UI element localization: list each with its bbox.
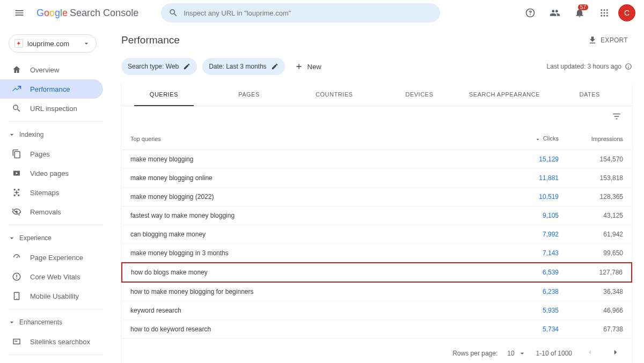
impressions-cell: 43,125 xyxy=(567,206,632,225)
prev-page-button[interactable] xyxy=(582,344,598,362)
rows-per-page-select[interactable]: 10 xyxy=(507,349,526,358)
notif-badge: 57 xyxy=(578,4,588,10)
svg-point-5 xyxy=(606,12,608,14)
table-row[interactable]: how do blogs make money6,539127,786 xyxy=(122,263,632,282)
svg-point-3 xyxy=(601,12,602,14)
add-filter-button[interactable]: New xyxy=(290,58,326,75)
clicks-cell[interactable]: 7,143 xyxy=(503,244,567,263)
property-favicon-icon: ✦ xyxy=(14,39,23,48)
export-button[interactable]: EXPORT xyxy=(583,32,632,48)
edit-icon xyxy=(271,63,279,70)
sidebar-item-sitemaps[interactable]: Sitemaps xyxy=(0,183,103,202)
account-avatar[interactable]: C xyxy=(618,4,635,21)
section-indexing[interactable]: Indexing xyxy=(0,125,103,144)
gauge-icon xyxy=(12,253,21,262)
google-logo-icon: Google xyxy=(36,8,68,19)
sidebar-item-overview[interactable]: Overview xyxy=(0,60,103,79)
pages-icon xyxy=(12,149,21,159)
table-row[interactable]: can blogging make money7,99261,942 xyxy=(122,225,632,244)
query-cell: make money blogging (2022) xyxy=(122,188,503,206)
sidebar-item-removals[interactable]: Removals xyxy=(0,202,103,221)
users-icon[interactable] xyxy=(544,2,566,24)
home-icon xyxy=(12,65,21,75)
notifications-icon[interactable]: 57 xyxy=(569,2,590,24)
rows-per-page-label: Rows per page: xyxy=(452,350,497,357)
tab-queries[interactable]: QUERIES xyxy=(121,83,207,106)
sitemap-icon xyxy=(12,188,21,197)
help-icon[interactable] xyxy=(519,2,541,24)
impressions-cell: 67,738 xyxy=(567,320,632,339)
sidebar-item-url-inspection[interactable]: URL inspection xyxy=(0,99,103,118)
edit-icon xyxy=(183,63,191,70)
clicks-cell[interactable]: 5,935 xyxy=(503,301,567,320)
trend-icon xyxy=(12,84,21,94)
table-row[interactable]: make money blogging (2022)10,519128,365 xyxy=(122,188,632,206)
page-range: 1-10 of 1000 xyxy=(536,350,572,357)
video-icon xyxy=(12,168,21,178)
query-cell: make money blogging in 3 months xyxy=(122,244,503,263)
hamburger-menu[interactable] xyxy=(9,2,30,24)
clicks-cell[interactable]: 10,519 xyxy=(503,188,567,206)
sidebar-item-core-web-vitals[interactable]: Core Web Vitals xyxy=(0,267,103,286)
sidebar-item-performance[interactable]: Performance xyxy=(0,79,103,99)
tab-pages[interactable]: PAGES xyxy=(207,83,292,106)
clicks-cell[interactable]: 7,992 xyxy=(503,225,567,244)
lens-icon xyxy=(12,103,21,113)
section-security[interactable]: Security & Manual Actions xyxy=(0,358,103,363)
table-row[interactable]: keyword research5,93546,966 xyxy=(122,301,632,320)
tab-countries[interactable]: COUNTRIES xyxy=(291,83,377,106)
section-enhancements[interactable]: Enhancements xyxy=(0,313,103,332)
property-selector[interactable]: ✦ louprime.com xyxy=(9,34,97,53)
tab-search-appearance[interactable]: SEARCH APPEARANCE xyxy=(462,83,547,106)
search-icon xyxy=(169,8,178,18)
clicks-cell[interactable]: 11,881 xyxy=(503,169,567,188)
chevron-down-icon xyxy=(82,39,91,48)
impressions-cell: 128,365 xyxy=(567,188,632,206)
table-row[interactable]: make money blogging online11,881153,818 xyxy=(122,169,632,188)
table-row[interactable]: how to do keyword research5,73467,738 xyxy=(122,320,632,339)
chip-search-type[interactable]: Search type: Web xyxy=(121,58,197,75)
sidebar-item-mobile-usability[interactable]: Mobile Usability xyxy=(0,286,103,306)
mobile-icon xyxy=(12,291,21,301)
clicks-cell[interactable]: 9,105 xyxy=(503,206,567,225)
product-logo[interactable]: Google Search Console xyxy=(36,8,138,19)
chevron-down-icon xyxy=(518,349,526,358)
table-row[interactable]: fastest way to make money blogging9,1054… xyxy=(122,206,632,225)
svg-point-0 xyxy=(601,9,602,11)
sidebar-item-pages[interactable]: Pages xyxy=(0,144,103,164)
impressions-cell: 127,786 xyxy=(567,263,632,282)
section-experience[interactable]: Experience xyxy=(0,228,103,248)
plus-icon xyxy=(295,62,303,71)
table-row[interactable]: make money blogging in 3 months7,14399,6… xyxy=(122,244,632,263)
url-inspect-search[interactable] xyxy=(161,3,440,23)
impressions-cell: 154,570 xyxy=(567,150,632,169)
table-row[interactable]: make money blogging15,129154,570 xyxy=(122,150,632,169)
clicks-cell[interactable]: 6,238 xyxy=(503,282,567,301)
vitals-icon xyxy=(12,272,21,281)
svg-point-7 xyxy=(604,15,605,17)
col-header-impressions[interactable]: Impressions xyxy=(567,128,632,150)
tab-devices[interactable]: DEVICES xyxy=(377,83,462,106)
sort-desc-icon xyxy=(535,136,541,142)
hide-icon xyxy=(12,207,21,217)
query-cell: make money blogging xyxy=(122,150,503,169)
col-header-clicks[interactable]: Clicks xyxy=(503,128,567,150)
sidebar-item-video-pages[interactable]: Video pages xyxy=(0,164,103,183)
impressions-cell: 153,818 xyxy=(567,169,632,188)
clicks-cell[interactable]: 15,129 xyxy=(503,150,567,169)
sidebar-item-sitelinks-searchbox[interactable]: Sitelinks searchbox xyxy=(0,332,103,351)
svg-point-1 xyxy=(604,9,605,11)
clicks-cell[interactable]: 5,734 xyxy=(503,320,567,339)
url-inspect-input[interactable] xyxy=(184,9,433,17)
next-page-button[interactable] xyxy=(608,344,624,362)
table-filter-icon[interactable] xyxy=(609,108,625,126)
chip-date-range[interactable]: Date: Last 3 months xyxy=(202,58,284,75)
tab-dates[interactable]: DATES xyxy=(547,83,632,106)
col-header-query[interactable]: Top queries xyxy=(122,128,503,150)
chevron-down-icon xyxy=(8,234,16,242)
clicks-cell[interactable]: 6,539 xyxy=(503,263,567,282)
info-icon[interactable] xyxy=(625,63,632,70)
table-row[interactable]: how to make money blogging for beginners… xyxy=(122,282,632,301)
apps-icon[interactable] xyxy=(594,2,615,24)
sidebar-item-page-experience[interactable]: Page Experience xyxy=(0,248,103,267)
